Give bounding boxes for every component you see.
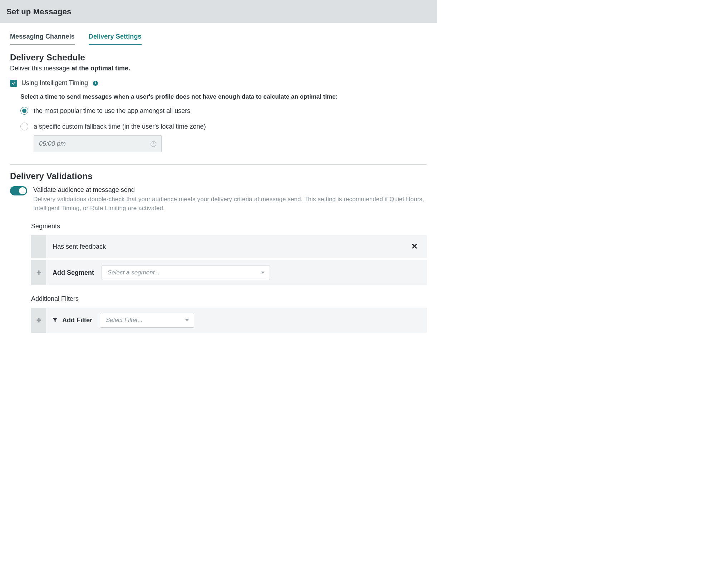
- radio-popular-time[interactable]: [20, 107, 28, 115]
- segment-select-placeholder: Select a segment...: [108, 269, 160, 276]
- intelligent-timing-checkbox[interactable]: [10, 80, 17, 87]
- filter-select[interactable]: Select Filter...: [100, 313, 194, 328]
- check-icon: [11, 81, 16, 85]
- delivery-schedule-section: Delivery Schedule Deliver this message a…: [0, 45, 437, 152]
- delivery-schedule-subtitle: Deliver this message at the optimal time…: [10, 65, 427, 72]
- subtitle-prefix: Deliver this message: [10, 65, 72, 72]
- filter-select-placeholder: Select Filter...: [106, 317, 143, 324]
- add-filter-label: Add Filter: [62, 317, 92, 324]
- plus-icon: ✚: [36, 269, 41, 276]
- chevron-down-icon: [261, 272, 265, 274]
- filters-title: Additional Filters: [31, 295, 427, 303]
- delivery-validations-title: Delivery Validations: [10, 171, 427, 181]
- tab-delivery-settings[interactable]: Delivery Settings: [89, 33, 142, 45]
- validate-audience-toggle[interactable]: [10, 186, 27, 195]
- validate-audience-label: Validate audience at message send: [33, 186, 427, 194]
- info-icon[interactable]: i: [93, 81, 98, 86]
- page-header: Set up Messages: [0, 0, 437, 23]
- add-filter-handle[interactable]: ✚: [31, 308, 46, 333]
- radio-custom-fallback[interactable]: [20, 123, 28, 130]
- validate-audience-description: Delivery validations double-check that y…: [33, 195, 427, 213]
- page-title: Set up Messages: [6, 7, 431, 16]
- segment-name: Has sent feedback: [53, 243, 106, 250]
- remove-segment-button[interactable]: ✕: [408, 240, 420, 253]
- funnel-icon: [53, 318, 58, 323]
- add-filter-row: ✚ Add Filter Select Filter...: [31, 308, 427, 333]
- tab-messaging-channels[interactable]: Messaging Channels: [10, 33, 75, 45]
- radio-custom-fallback-label: a specific custom fallback time (in the …: [34, 123, 206, 130]
- chevron-down-icon: [185, 319, 189, 321]
- segments-title: Segments: [31, 223, 427, 230]
- add-segment-row: ✚ Add Segment Select a segment...: [31, 260, 427, 285]
- fallback-time-value: 05:00 pm: [39, 140, 66, 148]
- fallback-heading: Select a time to send messages when a us…: [20, 93, 427, 100]
- intelligent-timing-label: Using Intelligent Timing: [21, 79, 88, 87]
- delivery-validations-section: Delivery Validations Validate audience a…: [0, 165, 437, 333]
- segment-handle: [31, 235, 46, 258]
- fallback-time-input[interactable]: 05:00 pm: [34, 135, 162, 152]
- clock-icon: [151, 141, 156, 147]
- segment-row: Has sent feedback ✕: [31, 235, 427, 258]
- subtitle-bold: at the optimal time.: [72, 65, 130, 72]
- add-segment-handle[interactable]: ✚: [31, 260, 46, 285]
- segment-select[interactable]: Select a segment...: [102, 265, 270, 280]
- delivery-schedule-title: Delivery Schedule: [10, 53, 427, 63]
- plus-icon: ✚: [36, 317, 41, 324]
- add-segment-label: Add Segment: [53, 269, 94, 277]
- radio-popular-time-label: the most popular time to use the app amo…: [34, 107, 190, 115]
- tabs: Messaging Channels Delivery Settings: [0, 23, 437, 45]
